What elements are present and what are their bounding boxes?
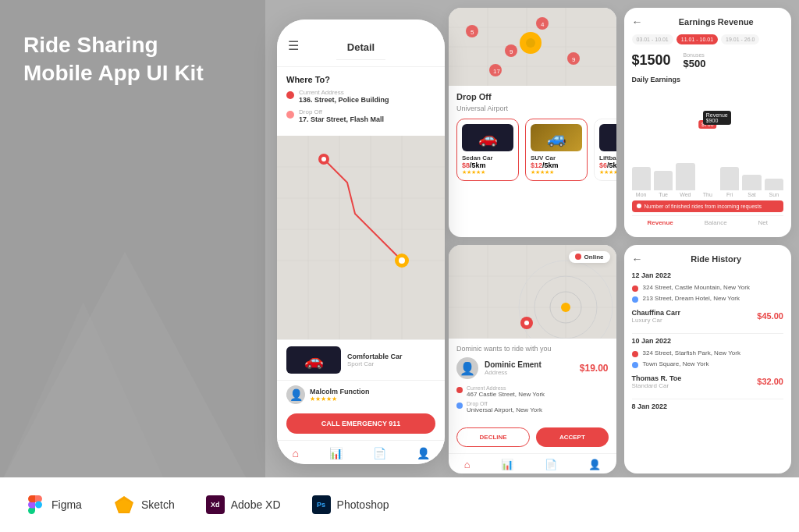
hist-driver-type-2: Standard Car — [632, 382, 682, 389]
photoshop-label: Photoshop — [337, 498, 389, 511]
dropoff-loc-dot — [286, 111, 294, 119]
hist-driver-info-2: Thomas R. Toe Standard Car — [632, 374, 682, 389]
dropoff-loc-label: Drop Off — [299, 108, 435, 115]
figma-icon — [23, 494, 45, 516]
date-tab-3[interactable]: 19.01 - 26.0 — [721, 34, 759, 44]
rider-avatar: 👤 — [456, 357, 478, 379]
nav-doc-icon[interactable]: 📄 — [373, 447, 386, 459]
nav-chart-icon[interactable]: 📊 — [329, 447, 343, 459]
request-title: Dominic wants to ride with you — [456, 345, 609, 353]
current-loc-address: 136. Street, Police Building — [299, 96, 435, 104]
cars-scroll: 🚗 Sedan Car $8/5km ★★★★★ 🚙 SUV Car $12/5… — [449, 112, 616, 187]
request-dropoff-info: Drop Off Universal Airport, New York — [467, 401, 542, 413]
bar-thu-label: Thu — [703, 192, 712, 197]
date-tab-2[interactable]: 11.01 - 10.01 — [676, 34, 718, 44]
request-current-addr: 467 Castle Street, New York — [467, 391, 545, 398]
bar-mon-bar — [632, 167, 651, 190]
phone-title: Detail — [336, 30, 385, 60]
legend-dot — [637, 204, 641, 208]
panel-earnings: ← Earnings Revenue 03.01 - 10.01 11.01 -… — [624, 8, 792, 237]
tool-figma: Figma — [23, 494, 82, 516]
hist-dot-1a — [632, 286, 638, 292]
map-svg — [277, 136, 445, 339]
car-type: Sport Car — [347, 360, 435, 367]
lift-img: 🚕 — [599, 124, 616, 151]
suv-img: 🚙 — [531, 124, 582, 151]
svg-text:5: 5 — [471, 29, 474, 36]
driver-row: 👤 Malcolm Function ★★★★★ — [277, 380, 445, 409]
driver-name: Malcolm Function — [310, 388, 435, 395]
car-card: 🚗 Comfortable Car Sport Car — [277, 339, 445, 380]
hist-addr-2b: Town Square, New York — [643, 360, 709, 367]
panel-request: Online Dominic wants to ride with you 👤 … — [449, 245, 616, 474]
driver-avatar: 👤 — [286, 385, 305, 404]
bar-tue-label: Tue — [659, 192, 668, 197]
suv-price: $12/5km — [531, 161, 582, 169]
earnings-header: ← Earnings Revenue — [632, 16, 784, 28]
lift-price: $6/5k — [599, 161, 616, 169]
svg-text:17: 17 — [493, 68, 500, 75]
req-nav-user[interactable]: 👤 — [588, 459, 601, 470]
lift-stars: ★★★★ — [599, 169, 616, 176]
hist-driver-1: Chauffina Carr Luxury Car $45.00 — [632, 309, 784, 324]
earnings-back-arrow[interactable]: ← — [632, 16, 643, 28]
main-title: Ride Sharing Mobile App UI Kit — [23, 31, 242, 88]
online-badge: Online — [569, 251, 610, 263]
car-option-sedan[interactable]: 🚗 Sedan Car $8/5km ★★★★★ — [456, 119, 519, 181]
price-badge: $19.00 — [580, 363, 609, 374]
svg-text:9: 9 — [510, 48, 513, 55]
request-dropoff-addr: Universal Airport, New York — [467, 406, 542, 413]
where-to-label: Where To? — [286, 75, 435, 84]
decline-button[interactable]: DECLINE — [456, 427, 530, 447]
driver-stars: ★★★★★ — [310, 395, 435, 403]
tool-xd: Xd Adobe XD — [206, 495, 281, 514]
thu-tooltip2: Revenue$900 — [703, 111, 731, 125]
divider-1 — [632, 333, 784, 334]
date-tab-1[interactable]: 03.01 - 10.01 — [632, 34, 673, 44]
car-option-suv[interactable]: 🚙 SUV Car $12/5km ★★★★★ — [525, 119, 588, 181]
tab-revenue[interactable]: Revenue — [647, 219, 673, 226]
request-current-info: Current Address 467 Castle Street, New Y… — [467, 385, 545, 398]
dropoff-map-svg: 5 9 4 9 17 — [449, 8, 616, 86]
sedan-name: Sedan Car — [462, 154, 513, 161]
earnings-tabs: Revenue Balance Net — [632, 215, 784, 229]
figma-svg — [26, 495, 43, 514]
bonus-amount: $500 — [684, 58, 706, 69]
hist-price-2: $32.00 — [757, 377, 783, 386]
rider-row: 👤 Dominic Ement Address $19.00 — [456, 357, 609, 379]
bar-mon-label: Mon — [636, 192, 647, 197]
dropoff-panel-label: Drop Off — [449, 86, 616, 105]
dropoff-loc-info: Drop Off 17. Star Street, Flash Mall — [299, 108, 435, 123]
sedan-stars: ★★★★★ — [462, 169, 513, 176]
bar-wed-label: Wed — [680, 192, 691, 197]
tool-photoshop: Ps Photoshop — [312, 495, 389, 514]
car-name: Comfortable Car — [347, 353, 435, 360]
hist-dot-1b — [632, 296, 638, 303]
request-map: Online — [449, 245, 616, 339]
sketch-label: Sketch — [141, 498, 175, 511]
nav-home-icon[interactable]: ⌂ — [292, 447, 298, 459]
emergency-button[interactable]: CALL EMERGENCY 911 — [286, 413, 435, 434]
nav-user-icon[interactable]: 👤 — [417, 447, 430, 459]
tab-net[interactable]: Net — [758, 219, 768, 226]
dropoff-map: 5 9 4 9 17 — [449, 8, 616, 86]
divider-2 — [632, 399, 784, 399]
daily-earnings-label: Daily Earnings — [632, 76, 784, 83]
request-dropoff-dot — [456, 403, 463, 409]
suv-stars: ★★★★★ — [531, 169, 582, 176]
req-nav-doc[interactable]: 📄 — [545, 459, 557, 470]
car-option-lift[interactable]: 🚕 Liftba $6/5k ★★★★ — [594, 119, 616, 181]
hist-driver-type-1: Luxury Car — [632, 317, 681, 324]
history-back-arrow[interactable]: ← — [632, 253, 643, 265]
current-location-row: Current Address 136. Street, Police Buil… — [286, 89, 435, 104]
bar-sun: Sun — [765, 179, 783, 197]
bar-wed-bar — [676, 163, 694, 190]
tab-balance[interactable]: Balance — [705, 219, 727, 226]
accept-button[interactable]: ACCEPT — [536, 427, 608, 447]
req-nav-chart[interactable]: 📊 — [501, 459, 513, 470]
req-nav-home[interactable]: ⌂ — [464, 459, 471, 470]
bonus-label: Bonuses — [684, 52, 706, 58]
svg-point-12 — [321, 157, 326, 161]
history-date-3: 8 Jan 2022 — [632, 403, 784, 410]
lift-name: Liftba — [599, 154, 616, 161]
